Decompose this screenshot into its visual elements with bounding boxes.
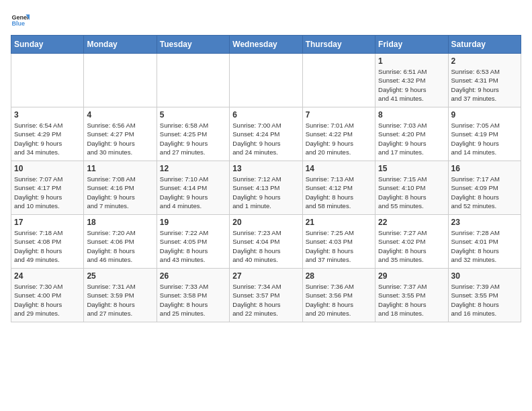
- day-number: 21: [306, 218, 372, 227]
- day-number: 17: [14, 218, 81, 227]
- day-info: Sunrise: 7:00 AM Sunset: 4:24 PM Dayligh…: [232, 121, 299, 156]
- weekday-header-tuesday: Tuesday: [157, 36, 229, 54]
- calendar-cell: 12Sunrise: 7:10 AM Sunset: 4:14 PM Dayli…: [157, 161, 229, 215]
- calendar-cell: 21Sunrise: 7:25 AM Sunset: 4:03 PM Dayli…: [302, 215, 375, 269]
- weekday-header-thursday: Thursday: [302, 36, 375, 54]
- calendar-cell: 3Sunrise: 6:54 AM Sunset: 4:29 PM Daylig…: [11, 107, 84, 161]
- calendar-cell: 19Sunrise: 7:22 AM Sunset: 4:05 PM Dayli…: [157, 215, 229, 269]
- day-info: Sunrise: 6:54 AM Sunset: 4:29 PM Dayligh…: [14, 121, 81, 156]
- day-number: 24: [14, 271, 81, 281]
- day-number: 8: [378, 110, 445, 120]
- calendar-cell: [230, 54, 302, 107]
- calendar-cell: [11, 54, 84, 107]
- day-info: Sunrise: 7:23 AM Sunset: 4:04 PM Dayligh…: [232, 228, 299, 264]
- day-info: Sunrise: 6:53 AM Sunset: 4:31 PM Dayligh…: [451, 67, 518, 103]
- day-number: 11: [87, 164, 153, 173]
- day-info: Sunrise: 7:30 AM Sunset: 4:00 PM Dayligh…: [14, 282, 81, 318]
- calendar-cell: [84, 54, 157, 107]
- calendar-cell: 18Sunrise: 7:20 AM Sunset: 4:06 PM Dayli…: [84, 215, 157, 269]
- day-info: Sunrise: 7:36 AM Sunset: 3:56 PM Dayligh…: [306, 282, 372, 318]
- calendar-cell: 2Sunrise: 6:53 AM Sunset: 4:31 PM Daylig…: [448, 54, 521, 107]
- day-info: Sunrise: 7:37 AM Sunset: 3:55 PM Dayligh…: [378, 282, 445, 318]
- weekday-header-sunday: Sunday: [11, 36, 84, 54]
- day-info: Sunrise: 7:01 AM Sunset: 4:22 PM Dayligh…: [306, 121, 372, 156]
- calendar-cell: 23Sunrise: 7:28 AM Sunset: 4:01 PM Dayli…: [448, 215, 521, 269]
- day-number: 2: [451, 56, 518, 66]
- day-number: 26: [160, 271, 226, 281]
- day-info: Sunrise: 7:34 AM Sunset: 3:57 PM Dayligh…: [232, 282, 299, 318]
- day-info: Sunrise: 6:58 AM Sunset: 4:25 PM Dayligh…: [160, 121, 226, 156]
- day-info: Sunrise: 7:08 AM Sunset: 4:16 PM Dayligh…: [87, 175, 153, 210]
- weekday-header-monday: Monday: [84, 36, 157, 54]
- day-number: 5: [160, 110, 226, 120]
- calendar-cell: 29Sunrise: 7:37 AM Sunset: 3:55 PM Dayli…: [375, 269, 448, 322]
- day-info: Sunrise: 7:28 AM Sunset: 4:01 PM Dayligh…: [451, 228, 518, 264]
- day-number: 15: [378, 164, 445, 173]
- calendar-cell: 8Sunrise: 7:03 AM Sunset: 4:20 PM Daylig…: [375, 107, 448, 161]
- day-number: 16: [451, 164, 518, 173]
- day-number: 10: [14, 164, 81, 173]
- calendar-cell: 4Sunrise: 6:56 AM Sunset: 4:27 PM Daylig…: [84, 107, 157, 161]
- day-info: Sunrise: 7:22 AM Sunset: 4:05 PM Dayligh…: [160, 228, 226, 264]
- day-info: Sunrise: 6:56 AM Sunset: 4:27 PM Dayligh…: [87, 121, 153, 156]
- day-number: 12: [160, 164, 226, 173]
- day-info: Sunrise: 7:39 AM Sunset: 3:55 PM Dayligh…: [451, 282, 518, 318]
- day-info: Sunrise: 7:05 AM Sunset: 4:19 PM Dayligh…: [451, 121, 518, 156]
- calendar-cell: 17Sunrise: 7:18 AM Sunset: 4:08 PM Dayli…: [11, 215, 84, 269]
- calendar-cell: 1Sunrise: 6:51 AM Sunset: 4:32 PM Daylig…: [375, 54, 448, 107]
- svg-text:Blue: Blue: [11, 20, 25, 27]
- day-number: 3: [14, 110, 81, 120]
- day-info: Sunrise: 7:20 AM Sunset: 4:06 PM Dayligh…: [87, 228, 153, 264]
- calendar-cell: 15Sunrise: 7:15 AM Sunset: 4:10 PM Dayli…: [375, 161, 448, 215]
- day-info: Sunrise: 7:18 AM Sunset: 4:08 PM Dayligh…: [14, 228, 81, 264]
- calendar-cell: [157, 54, 229, 107]
- weekday-header-saturday: Saturday: [448, 36, 521, 54]
- calendar-cell: 7Sunrise: 7:01 AM Sunset: 4:22 PM Daylig…: [302, 107, 375, 161]
- calendar-cell: 11Sunrise: 7:08 AM Sunset: 4:16 PM Dayli…: [84, 161, 157, 215]
- calendar-cell: 24Sunrise: 7:30 AM Sunset: 4:00 PM Dayli…: [11, 269, 84, 322]
- calendar-cell: 28Sunrise: 7:36 AM Sunset: 3:56 PM Dayli…: [302, 269, 375, 322]
- logo-icon: General Blue: [11, 11, 30, 30]
- day-number: 28: [306, 271, 372, 281]
- day-info: Sunrise: 7:12 AM Sunset: 4:13 PM Dayligh…: [232, 175, 299, 210]
- calendar-cell: 13Sunrise: 7:12 AM Sunset: 4:13 PM Dayli…: [230, 161, 302, 215]
- day-info: Sunrise: 7:07 AM Sunset: 4:17 PM Dayligh…: [14, 175, 81, 210]
- day-number: 27: [232, 271, 299, 281]
- day-info: Sunrise: 7:17 AM Sunset: 4:09 PM Dayligh…: [451, 175, 518, 210]
- calendar-cell: 14Sunrise: 7:13 AM Sunset: 4:12 PM Dayli…: [302, 161, 375, 215]
- day-number: 18: [87, 218, 153, 227]
- calendar-cell: 6Sunrise: 7:00 AM Sunset: 4:24 PM Daylig…: [230, 107, 302, 161]
- weekday-header-wednesday: Wednesday: [230, 36, 302, 54]
- calendar-cell: 26Sunrise: 7:33 AM Sunset: 3:58 PM Dayli…: [157, 269, 229, 322]
- day-info: Sunrise: 7:10 AM Sunset: 4:14 PM Dayligh…: [160, 175, 226, 210]
- logo: General Blue: [11, 11, 30, 30]
- day-info: Sunrise: 7:33 AM Sunset: 3:58 PM Dayligh…: [160, 282, 226, 318]
- day-info: Sunrise: 7:25 AM Sunset: 4:03 PM Dayligh…: [306, 228, 372, 264]
- calendar-cell: 5Sunrise: 6:58 AM Sunset: 4:25 PM Daylig…: [157, 107, 229, 161]
- day-info: Sunrise: 7:13 AM Sunset: 4:12 PM Dayligh…: [306, 175, 372, 210]
- day-info: Sunrise: 7:15 AM Sunset: 4:10 PM Dayligh…: [378, 175, 445, 210]
- day-number: 30: [451, 271, 518, 281]
- calendar-cell: 20Sunrise: 7:23 AM Sunset: 4:04 PM Dayli…: [230, 215, 302, 269]
- calendar-cell: 10Sunrise: 7:07 AM Sunset: 4:17 PM Dayli…: [11, 161, 84, 215]
- day-number: 20: [232, 218, 299, 227]
- day-number: 4: [87, 110, 153, 120]
- calendar-cell: 16Sunrise: 7:17 AM Sunset: 4:09 PM Dayli…: [448, 161, 521, 215]
- calendar-cell: [302, 54, 375, 107]
- day-number: 14: [306, 164, 372, 173]
- calendar-cell: 9Sunrise: 7:05 AM Sunset: 4:19 PM Daylig…: [448, 107, 521, 161]
- weekday-header-friday: Friday: [375, 36, 448, 54]
- day-number: 7: [306, 110, 372, 120]
- day-info: Sunrise: 7:27 AM Sunset: 4:02 PM Dayligh…: [378, 228, 445, 264]
- calendar-cell: 25Sunrise: 7:31 AM Sunset: 3:59 PM Dayli…: [84, 269, 157, 322]
- day-number: 22: [378, 218, 445, 227]
- calendar-cell: 27Sunrise: 7:34 AM Sunset: 3:57 PM Dayli…: [230, 269, 302, 322]
- day-number: 9: [451, 110, 518, 120]
- calendar-cell: 22Sunrise: 7:27 AM Sunset: 4:02 PM Dayli…: [375, 215, 448, 269]
- day-info: Sunrise: 7:31 AM Sunset: 3:59 PM Dayligh…: [87, 282, 153, 318]
- day-number: 6: [232, 110, 299, 120]
- day-number: 19: [160, 218, 226, 227]
- day-info: Sunrise: 7:03 AM Sunset: 4:20 PM Dayligh…: [378, 121, 445, 156]
- calendar-table: SundayMondayTuesdayWednesdayThursdayFrid…: [11, 35, 521, 322]
- day-info: Sunrise: 6:51 AM Sunset: 4:32 PM Dayligh…: [378, 67, 445, 103]
